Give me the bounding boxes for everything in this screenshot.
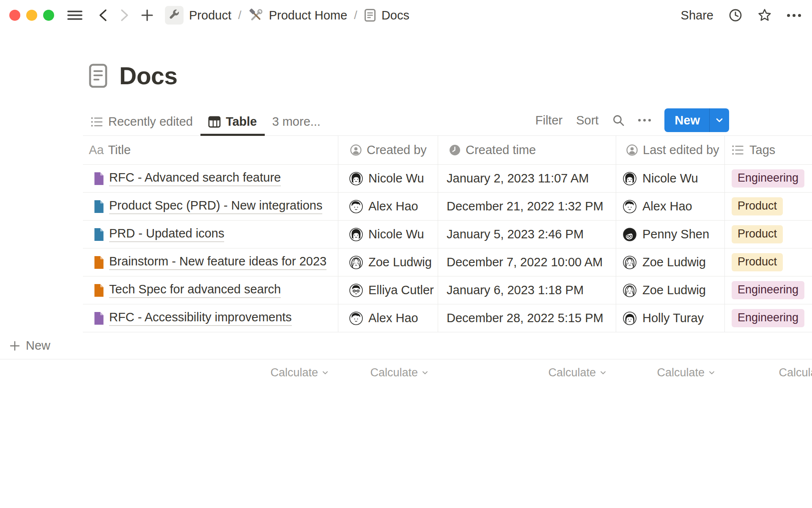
table-header-row: Aa Title Created by Created time Last ed… [83, 136, 812, 165]
created-by-cell[interactable]: Alex Hao [338, 193, 438, 220]
created-time-cell[interactable]: January 5, 2023 2:46 PM [438, 221, 616, 248]
page-link[interactable]: Brainstorm - New feature ideas for 2023 [109, 254, 326, 270]
timestamp: December 21, 2022 1:32 PM [447, 199, 604, 213]
created-by-cell[interactable]: Nicole Wu [338, 165, 438, 192]
last-edited-by-cell[interactable]: Zoe Ludwig [616, 276, 725, 304]
view-options-icon[interactable] [638, 119, 651, 121]
avatar [623, 228, 636, 241]
created-time-cell[interactable]: January 6, 2023 1:18 PM [438, 276, 616, 304]
breadcrumb-item-product[interactable]: Product [165, 6, 231, 25]
column-header-created-by[interactable]: Created by [338, 136, 438, 164]
tags-cell[interactable]: Product [725, 248, 812, 276]
tags-cell[interactable]: Engineering [725, 165, 812, 192]
calculate-created-time[interactable]: Calculate [438, 359, 616, 386]
title-cell[interactable]: PRD - Updated icons [83, 221, 338, 248]
person-name: Elliya Cutler [368, 283, 434, 297]
search-icon[interactable] [612, 114, 625, 127]
new-button-label: New [664, 108, 709, 132]
chevron-down-icon [600, 371, 606, 375]
person-name: Zoe Ludwig [642, 283, 706, 297]
tags-cell[interactable]: Engineering [725, 304, 812, 332]
title-cell[interactable]: RFC - Advanced search feature [83, 165, 338, 192]
last-edited-by-cell[interactable]: Penny Shen [616, 221, 725, 248]
sidebar-menu-icon[interactable] [67, 9, 83, 22]
column-header-created-time[interactable]: Created time [438, 136, 616, 164]
created-time-cell[interactable]: December 7, 2022 10:00 AM [438, 248, 616, 276]
calculate-tags[interactable]: Calculate [725, 359, 812, 386]
page-header: Docs [89, 62, 177, 90]
sort-button[interactable]: Sort [576, 113, 598, 127]
avatar [623, 172, 636, 185]
created-by-cell[interactable]: Nicole Wu [338, 221, 438, 248]
tab-recently-edited[interactable]: Recently edited [83, 108, 200, 135]
person-icon [350, 144, 362, 156]
tag-pill: Product [732, 253, 783, 271]
created-by-cell[interactable]: Zoe Ludwig [338, 248, 438, 276]
page-document-icon[interactable] [89, 64, 107, 88]
tab-more-views[interactable]: 3 more... [265, 108, 328, 135]
title-cell[interactable]: RFC - Accessibility improvements [83, 304, 338, 332]
last-edited-by-cell[interactable]: Holly Turay [616, 304, 725, 332]
column-header-last-edited-by[interactable]: Last edited by [616, 136, 725, 164]
title-cell[interactable]: Product Spec (PRD) - New integrations [83, 193, 338, 220]
page-link[interactable]: RFC - Accessibility improvements [109, 310, 292, 326]
chevron-down-icon[interactable] [710, 108, 729, 132]
traffic-lights [9, 10, 54, 21]
created-time-cell[interactable]: January 2, 2023 11:07 AM [438, 165, 616, 192]
column-header-title[interactable]: Aa Title [83, 136, 338, 164]
back-icon[interactable] [97, 8, 108, 22]
tags-cell[interactable]: Product [725, 193, 812, 220]
tag-pill: Product [732, 197, 783, 215]
filter-button[interactable]: Filter [535, 113, 562, 127]
page-link[interactable]: RFC - Advanced search feature [109, 171, 281, 186]
tag-pill: Engineering [732, 309, 804, 327]
table-row: RFC - Advanced search feature Nicole Wu … [83, 165, 812, 193]
close-window-button[interactable] [9, 10, 20, 21]
last-edited-by-cell[interactable]: Nicole Wu [616, 165, 725, 192]
minimize-window-button[interactable] [26, 10, 37, 21]
page-icon [93, 228, 104, 241]
page-title[interactable]: Docs [119, 62, 177, 90]
last-edited-by-cell[interactable]: Zoe Ludwig [616, 248, 725, 276]
avatar [623, 200, 636, 213]
more-options-icon[interactable] [787, 14, 801, 17]
share-button[interactable]: Share [681, 8, 713, 22]
title-cell[interactable]: Brainstorm - New feature ideas for 2023 [83, 248, 338, 276]
page-icon [93, 172, 104, 185]
calculate-label: Calculate [548, 366, 596, 379]
tab-table[interactable]: Table [200, 108, 265, 135]
database-table: Aa Title Created by Created time Last ed… [0, 136, 812, 386]
calculate-created-by[interactable]: Calculate [338, 359, 438, 386]
updates-clock-icon[interactable] [729, 8, 742, 22]
created-time-cell[interactable]: December 28, 2022 5:15 PM [438, 304, 616, 332]
breadcrumb-item-product-home[interactable]: Product Home [248, 8, 347, 23]
calculate-label: Calculate [370, 366, 418, 379]
created-time-cell[interactable]: December 21, 2022 1:32 PM [438, 193, 616, 220]
breadcrumb-item-docs[interactable]: Docs [364, 8, 409, 22]
add-row-button[interactable]: New [0, 332, 812, 359]
title-cell[interactable]: Tech Spec for advanced search [83, 276, 338, 304]
created-by-cell[interactable]: Alex Hao [338, 304, 438, 332]
calculate-title[interactable]: Calculate [83, 359, 338, 386]
page-link[interactable]: PRD - Updated icons [109, 226, 224, 242]
page-link[interactable]: Product Spec (PRD) - New integrations [109, 199, 322, 214]
avatar [349, 284, 363, 297]
page-link[interactable]: Tech Spec for advanced search [109, 282, 281, 298]
zoom-window-button[interactable] [43, 10, 54, 21]
last-edited-by-cell[interactable]: Alex Hao [616, 193, 725, 220]
column-header-tags[interactable]: Tags [725, 136, 812, 164]
table-row: Brainstorm - New feature ideas for 2023 … [83, 248, 812, 276]
breadcrumb: Product / Product Home / Docs [165, 6, 409, 25]
new-button[interactable]: New [664, 108, 729, 132]
breadcrumb-label: Product [189, 8, 231, 22]
tags-cell[interactable]: Product [725, 221, 812, 248]
calculate-last-edited-by[interactable]: Calculate [616, 359, 725, 386]
favorite-star-icon[interactable] [757, 8, 772, 22]
forward-icon[interactable] [119, 8, 130, 22]
new-page-plus-icon[interactable] [140, 8, 154, 22]
tags-cell[interactable]: Engineering [725, 276, 812, 304]
timestamp: January 2, 2023 11:07 AM [447, 171, 589, 185]
table-row: Tech Spec for advanced search Elliya Cut… [83, 276, 812, 304]
clock-icon [449, 144, 461, 156]
created-by-cell[interactable]: Elliya Cutler [338, 276, 438, 304]
